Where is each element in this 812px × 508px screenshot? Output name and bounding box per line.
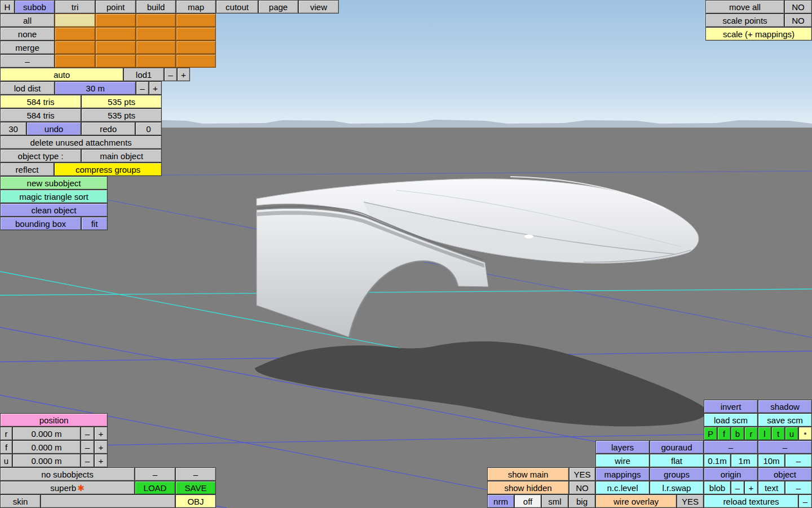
view-preset-button-u[interactable]: u	[785, 427, 798, 440]
grid-1m-button[interactable]: 1m	[731, 454, 758, 467]
tab-cutout[interactable]: cutout	[216, 0, 258, 14]
subobject-cell[interactable]	[95, 54, 136, 68]
reload-dash-button[interactable]: –	[798, 494, 812, 508]
flat-button[interactable]: flat	[650, 454, 704, 467]
layers-dash-button-2[interactable]: –	[758, 440, 812, 454]
tab-page[interactable]: page	[258, 0, 298, 14]
mappings-button[interactable]: mappings	[595, 467, 650, 481]
fit-button[interactable]: fit	[81, 217, 108, 230]
subobject-cell[interactable]	[176, 27, 216, 41]
scale-mappings-button[interactable]: scale (+ mappings)	[705, 27, 812, 41]
scale-points-button[interactable]: scale points	[705, 14, 784, 27]
subobject-prev-button[interactable]: –	[135, 467, 175, 481]
object-button[interactable]: object	[758, 467, 812, 481]
skin-button[interactable]: skin	[0, 494, 41, 508]
off-button[interactable]: off	[514, 494, 541, 508]
view-preset-button-p[interactable]: P	[704, 427, 717, 440]
merge-button[interactable]: merge	[0, 41, 55, 54]
scale-points-value[interactable]: NO	[784, 14, 812, 27]
lod-auto-button[interactable]: auto	[0, 68, 123, 81]
load-button[interactable]: LOAD	[135, 481, 175, 494]
subobject-cell[interactable]	[55, 27, 95, 41]
subobject-cell[interactable]	[176, 54, 216, 68]
wire-button[interactable]: wire	[595, 454, 650, 467]
lod-minus-button[interactable]: –	[164, 68, 177, 81]
color-dot-button[interactable]: ●	[798, 427, 812, 440]
show-hidden-value[interactable]: NO	[569, 481, 595, 494]
clean-object-button[interactable]: clean object	[0, 203, 108, 217]
subobject-cell[interactable]	[55, 54, 95, 68]
position-u-minus-button[interactable]: –	[81, 454, 94, 467]
subobject-cell[interactable]	[136, 54, 176, 68]
view-preset-button-b[interactable]: b	[731, 427, 744, 440]
invert-button[interactable]: invert	[704, 400, 758, 413]
show-main-button[interactable]: show main	[487, 467, 569, 481]
subobject-cell-selected[interactable]	[55, 14, 95, 27]
lod-dist-plus-button[interactable]: +	[149, 81, 162, 95]
tab-tri[interactable]: tri	[55, 0, 95, 14]
nrm-button[interactable]: nrm	[487, 494, 514, 508]
lod-plus-button[interactable]: +	[177, 68, 190, 81]
object-type-value[interactable]: main object	[81, 149, 162, 163]
subobject-cell[interactable]	[95, 14, 136, 27]
car-name-button[interactable]: superb✱	[0, 481, 135, 494]
origin-button[interactable]: origin	[704, 467, 758, 481]
groups-button[interactable]: groups	[650, 467, 704, 481]
subobject-cell[interactable]	[95, 27, 136, 41]
move-all-value[interactable]: NO	[784, 0, 812, 14]
layers-button[interactable]: layers	[595, 440, 650, 454]
grid-0-1m-button[interactable]: 0.1m	[704, 454, 731, 467]
view-preset-button-t[interactable]: t	[771, 427, 785, 440]
big-button[interactable]: big	[568, 494, 595, 508]
subobject-cell[interactable]	[176, 41, 216, 54]
texture-slot-button[interactable]	[41, 494, 175, 508]
position-f-minus-button[interactable]: –	[81, 440, 94, 454]
tab-h[interactable]: H	[0, 0, 15, 14]
save-button[interactable]: SAVE	[175, 481, 216, 494]
select-all-button[interactable]: all	[0, 14, 55, 27]
blob-button[interactable]: blob	[704, 481, 731, 494]
subobject-cell[interactable]	[136, 14, 176, 27]
lod-dist-minus-button[interactable]: –	[136, 81, 149, 95]
new-subobject-button[interactable]: new subobject	[0, 176, 108, 190]
grid-10m-button[interactable]: 10m	[758, 454, 785, 467]
tab-build[interactable]: build	[136, 0, 176, 14]
gouraud-button[interactable]: gouraud	[650, 440, 704, 454]
select-dash-button[interactable]: –	[0, 54, 55, 68]
show-hidden-button[interactable]: show hidden	[487, 481, 569, 494]
save-scm-button[interactable]: save scm	[758, 413, 812, 427]
position-f-plus-button[interactable]: +	[94, 440, 108, 454]
lod-dist-value[interactable]: 30 m	[55, 81, 136, 95]
subobject-cell[interactable]	[136, 27, 176, 41]
magic-triangle-sort-button[interactable]: magic triangle sort	[0, 190, 108, 203]
position-r-plus-button[interactable]: +	[94, 427, 108, 440]
tab-view[interactable]: view	[298, 0, 339, 14]
grid-dash-button[interactable]: –	[785, 454, 812, 467]
position-r-minus-button[interactable]: –	[81, 427, 94, 440]
tab-map[interactable]: map	[176, 0, 216, 14]
move-all-button[interactable]: move all	[705, 0, 784, 14]
view-preset-button-l[interactable]: l	[758, 427, 771, 440]
redo-button[interactable]: redo	[81, 122, 135, 135]
view-preset-button-f[interactable]: f	[717, 427, 731, 440]
no-subobjects-button[interactable]: no subobjects	[0, 467, 135, 481]
wire-overlay-value[interactable]: YES	[677, 494, 704, 508]
lr-swap-button[interactable]: l.r.swap	[650, 481, 704, 494]
subobject-cell[interactable]	[95, 41, 136, 54]
select-none-button[interactable]: none	[0, 27, 55, 41]
blob-plus-button[interactable]: +	[744, 481, 758, 494]
subobject-cell[interactable]	[176, 14, 216, 27]
layers-dash-button-1[interactable]: –	[704, 440, 758, 454]
text-dash-button[interactable]: –	[785, 481, 812, 494]
text-button[interactable]: text	[758, 481, 785, 494]
delete-unused-attachments-button[interactable]: delete unused attachments	[0, 135, 162, 149]
position-f-value[interactable]: 0.000 m	[12, 440, 81, 454]
load-scm-button[interactable]: load scm	[704, 413, 758, 427]
sml-button[interactable]: sml	[541, 494, 568, 508]
subobject-cell[interactable]	[55, 41, 95, 54]
obj-export-button[interactable]: OBJ	[175, 494, 216, 508]
nc-level-button[interactable]: n.c.level	[595, 481, 650, 494]
reload-textures-button[interactable]: reload textures	[704, 494, 798, 508]
subobject-next-button[interactable]: –	[175, 467, 216, 481]
view-preset-button-r[interactable]: r	[744, 427, 758, 440]
